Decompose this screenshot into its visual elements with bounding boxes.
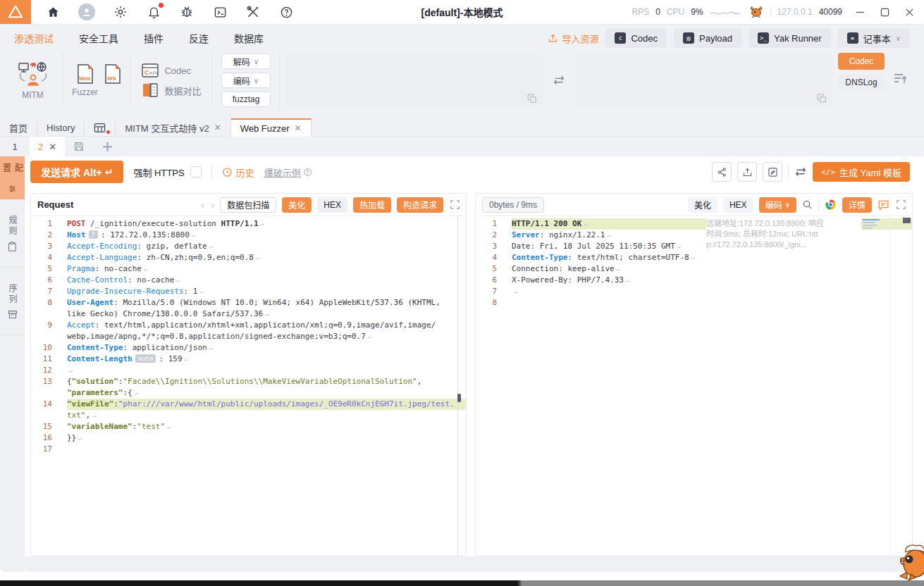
swap-layout-icon[interactable] (794, 166, 807, 177)
close-button[interactable] (905, 8, 914, 17)
menu-item-plugins[interactable]: 插件 (144, 31, 164, 45)
tab-engine-grid[interactable] (85, 118, 116, 137)
help-icon[interactable] (278, 4, 294, 20)
copy-icon[interactable] (527, 94, 537, 104)
import-resource-button[interactable]: 导入资源 (548, 32, 598, 45)
code-line[interactable]: like Gecko) Chrome/138.0.0.0 Safari/537.… (31, 308, 466, 320)
settings-gear-icon[interactable] (113, 4, 128, 20)
data-compare-shortcut[interactable]: 数据对比 (142, 83, 201, 97)
fullscreen-icon[interactable] (897, 200, 906, 209)
hex-button[interactable]: HEX (723, 197, 753, 213)
code-line[interactable]: 15"variableName":"test"↵ (31, 421, 466, 432)
tab-history[interactable]: History (37, 118, 85, 137)
rail-tab-config[interactable]: 配置 (0, 156, 25, 200)
code-line[interactable]: 6Cache-Control: no-cache↵ (31, 275, 466, 286)
rail-tab-rules[interactable]: 规则 (0, 200, 25, 268)
menu-item-pentest[interactable]: 渗透测试 (14, 31, 54, 45)
rail-tab-sequence[interactable]: 序列 (0, 268, 25, 335)
fuzztag-button[interactable]: fuzztag (221, 92, 271, 107)
bug-icon[interactable] (179, 4, 195, 20)
code-line[interactable]: 1POST /_ignition/execute-solution HTTP/1… (31, 218, 466, 230)
encode-dropdown[interactable]: 编码∨ (759, 197, 796, 213)
maximize-button[interactable] (880, 8, 889, 17)
notepad-button[interactable]: ≡记事本∨ (838, 28, 910, 48)
code-line[interactable]: 9Accept: text/html,application/xhtml+xml… (31, 320, 466, 331)
request-editor[interactable]: 1POST /_ignition/execute-solution HTTP/1… (31, 216, 466, 556)
minimap[interactable] (863, 219, 880, 230)
export-button[interactable] (737, 162, 757, 182)
comment-icon[interactable] (877, 199, 889, 211)
code-line[interactable]: 7↵ (476, 286, 912, 297)
code-line[interactable]: 16}}↵ (31, 432, 466, 444)
code-line[interactable]: 14"viewFile":"phar:///var/www/html/publi… (31, 399, 466, 410)
yak-mascot-icon[interactable] (749, 5, 764, 19)
code-line[interactable]: 12↵ (31, 365, 466, 376)
codec-shortcut[interactable]: C</> Codec (142, 63, 201, 77)
search-icon[interactable] (802, 199, 813, 210)
mascot-character[interactable] (897, 541, 924, 582)
code-line[interactable]: 4Content-Type: text/html; charset=UTF-8↵ (476, 252, 912, 263)
decode-dropdown[interactable]: 解码∨ (221, 54, 271, 69)
tab-home[interactable]: 首页 (0, 118, 37, 137)
collapse-header-icon[interactable] (885, 72, 917, 89)
prev-icon[interactable]: ‹ (201, 199, 204, 211)
generate-yaml-button[interactable]: </>生成 Yaml 模板 (813, 162, 910, 182)
codec-tool-button[interactable]: cCodec (605, 28, 667, 48)
dnslog-mode-button[interactable]: DNSLog (838, 74, 885, 91)
code-line[interactable]: 10Content-Type: application/json↵ (31, 342, 466, 354)
request-scrollbar[interactable] (457, 216, 458, 556)
code-line[interactable]: 8User-Agent: Mozilla/5.0 (Windows NT 10.… (31, 297, 466, 308)
code-line[interactable]: 7Upgrade-Insecure-Requests: 1↵ (31, 286, 466, 297)
fullscreen-icon[interactable] (450, 200, 460, 209)
code-line[interactable]: 13{"solution":"Facade\\Ignition\\Solutio… (31, 376, 466, 387)
construct-request-button[interactable]: 构造请求 (397, 197, 443, 213)
code-line[interactable]: txt",↵ (31, 410, 466, 421)
response-editor[interactable]: 远端地址:172.72.0.135:8800; 响应 时间:9ms; 总耗时:1… (476, 216, 912, 556)
ws-fuzzer-shortcut[interactable]: WS . (104, 63, 122, 97)
code-line[interactable]: 8 (476, 297, 912, 308)
code-line[interactable]: 4Accept-Language: zh-CN,zh;q=0.9,en;q=0.… (31, 252, 466, 263)
share-button[interactable] (712, 162, 732, 182)
response-scrollbar-thumb[interactable] (903, 218, 911, 223)
beautify-button[interactable]: 美化 (282, 197, 312, 213)
hex-button[interactable]: HEX (317, 197, 347, 213)
web-fuzzer-shortcut[interactable]: Web Fuzzer (72, 63, 98, 97)
save-fuzzer-icon[interactable] (65, 137, 93, 156)
tab-web-fuzzer[interactable]: Web Fuzzer✕ (231, 118, 312, 137)
mitm-shortcut[interactable]: MITM (16, 61, 50, 100)
close-icon[interactable]: ✕ (214, 123, 221, 132)
code-line[interactable]: 6X-Powered-By: PHP/7.4.33↵ (476, 275, 912, 286)
notifications-bell-icon[interactable] (146, 4, 161, 20)
hot-reload-button[interactable]: 热加载 (353, 197, 391, 213)
next-icon[interactable]: › (211, 199, 215, 211)
codec-mode-button[interactable]: Codec (838, 53, 885, 70)
add-fuzzer-tab-icon[interactable] (93, 137, 121, 156)
swap-io-icon[interactable] (548, 75, 569, 86)
code-line[interactable]: 5Pragma: no-cache↵ (31, 263, 466, 275)
minimize-button[interactable] (856, 8, 865, 17)
chrome-icon[interactable] (825, 199, 837, 211)
code-line[interactable]: 11Content-Lengthauto: 159↵ (31, 354, 466, 365)
encode-dropdown[interactable]: 编码∨ (221, 73, 271, 88)
yak-runner-button[interactable]: >_Yak Runner (749, 28, 831, 48)
codec-input-area[interactable] (285, 53, 543, 108)
fuzzer-seq-tab-1[interactable]: 1 (0, 137, 30, 156)
blast-example-link[interactable]: 爆破示例 (264, 166, 312, 179)
history-link[interactable]: 历史 (222, 166, 254, 179)
request-scrollbar-thumb[interactable] (457, 394, 461, 402)
copy-icon[interactable] (817, 94, 827, 104)
tools-icon[interactable] (245, 4, 261, 20)
code-line[interactable]: 2Host?: 172.72.0.135:8800↵ (31, 230, 466, 241)
menu-item-database[interactable]: 数据库 (234, 31, 264, 45)
tab-mitm[interactable]: MITM 交互式劫持 v2✕ (116, 118, 230, 137)
beautify-button[interactable]: 美化 (688, 197, 717, 213)
detail-button[interactable]: 详情 (842, 197, 872, 213)
home-icon[interactable] (45, 4, 61, 20)
payload-button[interactable]: ▤Payload (674, 28, 741, 48)
code-line[interactable]: 17 (31, 444, 466, 455)
user-avatar[interactable] (78, 4, 95, 20)
fuzzer-seq-tab-2[interactable]: 2✕ (30, 137, 65, 156)
code-line[interactable]: 3Accept-Encoding: gzip, deflate↵ (31, 241, 466, 252)
close-icon[interactable]: ✕ (295, 123, 302, 133)
close-icon[interactable]: ✕ (49, 142, 56, 152)
